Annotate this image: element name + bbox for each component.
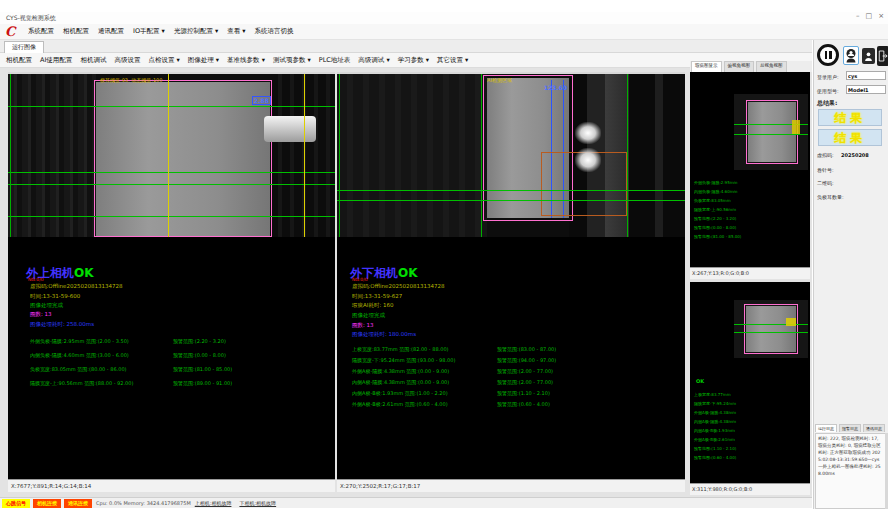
exit-door-icon bbox=[878, 49, 888, 63]
measurement-line: 外侧A极-隔膜:4.38mm 范围:(0.00 - 9.00) bbox=[352, 366, 455, 377]
edge-line-green bbox=[10, 74, 11, 237]
camera-fault-link[interactable]: 上相机:相机故障 bbox=[195, 500, 232, 506]
pixel-coordinates-bar: X:7677;Y:891;R:14;G:14;B:14 bbox=[8, 479, 335, 492]
edge-line-green bbox=[339, 74, 340, 237]
thumbnail-text-line: 预警范围:(2.20 - 3.20) bbox=[694, 214, 741, 223]
toolbar-item[interactable]: 学习参数 ▾ bbox=[398, 56, 429, 65]
operator-login-button[interactable] bbox=[843, 46, 859, 65]
menu-item[interactable]: IO手配置 ▾ bbox=[133, 27, 165, 36]
thumbnail-tab[interactable]: 俯视角视图 bbox=[724, 61, 755, 72]
thumbnail-tab[interactable]: 后视角视图 bbox=[756, 61, 787, 72]
warning-range-line: 预警范围:(1.10 - 2.10) bbox=[497, 388, 556, 399]
measurement-line: 隔膜宽度-上:90.56mm 范围:(88.00 - 92.00) bbox=[30, 376, 133, 390]
highlight-marker-yellow bbox=[792, 120, 800, 134]
thumbnail-view-top[interactable]: 外侧负极-隔膜:2.95mm内侧负极-隔膜:4.60mm负极宽度:83.05mm… bbox=[690, 72, 810, 279]
result-box-1: 结果 bbox=[818, 109, 882, 126]
toolbar-item[interactable]: 图像处理 ▾ bbox=[188, 56, 219, 65]
baseline-green bbox=[337, 190, 685, 191]
menu-item[interactable]: 系统语言切换 bbox=[255, 27, 294, 36]
baseline-green bbox=[734, 324, 808, 325]
thumbnail-ok-label: OK bbox=[696, 378, 704, 384]
right-sidebar: 登录用户: 使用型号: 总结果: 结果 结果 虚拟码: 20250208 卷针号… bbox=[813, 40, 888, 509]
toolbar-item[interactable]: 点检设置 ▾ bbox=[148, 56, 179, 65]
menu-item[interactable]: 查看 ▾ bbox=[227, 27, 245, 36]
baseline-green bbox=[337, 200, 685, 201]
toolbar-item[interactable]: 其它设置 ▾ bbox=[437, 56, 468, 65]
measurement-line: 内侧A极-隔膜:4.38mm 范围:(0.00 - 9.00) bbox=[352, 377, 455, 388]
pixel-coordinates-bar: X:311;Y:980;R:0;G:0;B:0 bbox=[690, 483, 810, 495]
thumbnail-view-bottom[interactable]: OK 上极宽度:83.77mm隔膜宽度-下:95.24mm外侧A极-隔膜:4.3… bbox=[690, 282, 810, 495]
log-tab[interactable]: 运行日志 bbox=[815, 424, 837, 432]
bright-tab-highlight bbox=[575, 148, 601, 172]
toolbar-item[interactable]: 相机调试 bbox=[80, 56, 106, 65]
toolbar-item[interactable]: 测试项参数 ▾ bbox=[273, 56, 311, 65]
machinery-right bbox=[270, 74, 335, 237]
menu-item[interactable]: 相机配置 bbox=[63, 27, 89, 36]
toolbar-item[interactable]: 相机配置 bbox=[6, 56, 32, 65]
winding-pin-label: 卷针号: bbox=[817, 167, 834, 173]
title-bar: CYS-视觉检测系统 – □ × bbox=[0, 12, 888, 24]
menu-item[interactable]: 系统配置 bbox=[28, 27, 54, 36]
elapsed-line: 图像处理耗时: 180.00ms bbox=[352, 331, 416, 338]
maximize-button[interactable]: □ bbox=[866, 12, 873, 20]
thumbnail-text-line: 外侧负极-隔膜:2.95mm bbox=[694, 178, 741, 187]
toolbar-item[interactable]: 高级设置 bbox=[114, 56, 140, 65]
time-line: 时间:13-31-59-627 bbox=[352, 293, 402, 300]
camera-fault-link[interactable]: 下相机:相机故障 bbox=[239, 500, 276, 506]
warning-range-line: 预警范围:(2.00 - 77.00) bbox=[497, 366, 556, 377]
fault-links: 上相机:相机故障下相机:相机故障 bbox=[195, 500, 276, 506]
roi-box-pink bbox=[744, 304, 798, 354]
measurement-column-2: 预警范围:(2.20 - 3.20)预警范围:(0.00 - 8.00)预警范围… bbox=[173, 334, 232, 390]
log-tab[interactable]: 报警日志 bbox=[839, 424, 861, 432]
window-title: CYS-视觉检测系统 bbox=[6, 14, 56, 23]
close-button[interactable]: × bbox=[878, 12, 884, 20]
thumbnail-image bbox=[734, 300, 808, 358]
edge-line-yellow bbox=[168, 74, 169, 237]
time-line: 时间:13-31-59-600 bbox=[30, 293, 80, 300]
warning-range-line: 预警范围:(2.20 - 3.20) bbox=[173, 334, 232, 348]
model-label: 使用型号: bbox=[817, 88, 839, 94]
thumbnail-text-line: 预警范围:(0.00 - 8.00) bbox=[694, 223, 741, 232]
toolbar-item[interactable]: 高级调试 ▾ bbox=[358, 56, 389, 65]
menu-item[interactable]: 光源控制配置 ▾ bbox=[174, 27, 218, 36]
toolbar-item[interactable]: PLC地址表 bbox=[319, 56, 351, 65]
log-panel[interactable]: 耗时: 222, 瑕疵检测耗时: 17, 瑕疵分类耗时: 0, 瑕疵提取分区耗时… bbox=[815, 433, 886, 509]
camera-view-outer-upper[interactable]: 极耳阈值:93, 动态阈值:100 2.88 外上相机OK NG:0/0 虚拟码… bbox=[8, 72, 335, 492]
thumbnail-tab[interactable]: 瑕疵图显示 bbox=[691, 61, 722, 72]
camera-view-outer-lower[interactable]: AI检测区域 123.60 外下相机OK NG:0/0 虚拟码:Offline2… bbox=[337, 72, 685, 492]
measurement-line: 外侧负极-隔膜:2.95mm 范围:(2.00 - 3.50) bbox=[30, 334, 133, 348]
result-ok-label: OK bbox=[398, 266, 418, 280]
admin-login-button[interactable] bbox=[862, 48, 875, 64]
toolbar-item[interactable]: 基准线参数 ▾ bbox=[227, 56, 265, 65]
user-icon bbox=[864, 51, 873, 62]
negative-tab-count-label: 负极耳数量: bbox=[817, 194, 844, 200]
edge-line-yellow bbox=[304, 74, 305, 237]
machinery-pillar bbox=[655, 74, 663, 237]
pause-icon bbox=[825, 51, 828, 59]
minimize-button[interactable]: – bbox=[856, 12, 860, 20]
toolbar-item[interactable]: AI使用配置 bbox=[40, 56, 72, 65]
separator-tab bbox=[264, 116, 316, 142]
log-tab[interactable]: 通讯日志 bbox=[863, 424, 885, 432]
status-badge: 通讯连接 bbox=[64, 499, 92, 508]
pixel-coordinates-bar: X:270;Y:2502;R:17;G:17;B:17 bbox=[337, 479, 685, 492]
measurement-column-1: 外侧负极-隔膜:2.95mm 范围:(2.00 - 3.50)内侧负极-隔膜:4… bbox=[30, 334, 133, 390]
thumbnail-text-line: 内侧负极-隔膜:4.60mm bbox=[694, 187, 741, 196]
machinery-left bbox=[337, 74, 487, 237]
thumbnail-text-line: 隔膜宽度-下:95.24mm bbox=[694, 399, 736, 408]
thumbnail-text-line: 上极宽度:83.77mm bbox=[694, 390, 736, 399]
measurement-line: 外侧A极-B极:2.61mm 范围:(0.60 - 4.00) bbox=[352, 399, 455, 410]
pause-button[interactable] bbox=[817, 44, 839, 66]
measurement-column-2: 预警范围:(83.00 - 87.00)预警范围:(94.00 - 97.00)… bbox=[497, 344, 556, 410]
model-input[interactable] bbox=[846, 85, 886, 94]
camera-image-outer-upper: 极耳阈值:93, 动态阈值:100 2.88 bbox=[8, 72, 335, 237]
bottom-fill bbox=[0, 509, 888, 522]
exit-button[interactable] bbox=[877, 46, 888, 66]
login-user-input[interactable] bbox=[846, 71, 886, 80]
ai-elapsed-line: 瑕疵AI耗时: 160 bbox=[352, 302, 393, 309]
menu-item[interactable]: 通讯配置 bbox=[98, 27, 124, 36]
tab-run-image[interactable]: 运行图像 bbox=[4, 41, 44, 53]
user-icon bbox=[845, 49, 857, 63]
turns-line: 圈数: 13 bbox=[30, 311, 52, 318]
status-bar: 心跳信号相机连接通讯连接 Cpu: 0.0% Memory: 3424.4179… bbox=[0, 497, 812, 508]
